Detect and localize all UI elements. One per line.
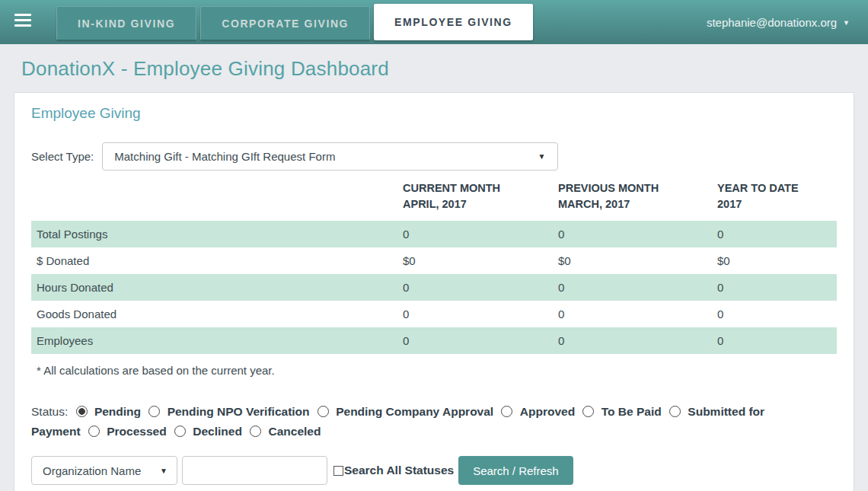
cell-value: 0 (717, 274, 837, 301)
top-bar: IN-KIND GIVING CORPORATE GIVING EMPLOYEE… (0, 0, 868, 44)
radio-to-be-paid[interactable] (582, 406, 594, 417)
row-label: Goods Donated (31, 301, 403, 327)
radio-pending[interactable] (76, 406, 88, 417)
main-tabs: IN-KIND GIVING CORPORATE GIVING EMPLOYEE… (56, 0, 537, 44)
status-label: Status: (31, 405, 68, 418)
column-header-previous-month: PREVIOUS MONTH MARCH, 2017 (558, 180, 717, 221)
radio-label: Declined (193, 425, 242, 438)
search-row: Organization Name ▼ Search All Statuses … (31, 456, 837, 485)
table-row: Total Postings 0 0 0 (31, 221, 837, 247)
cell-value: 0 (403, 274, 558, 301)
search-refresh-button[interactable]: Search / Refresh (458, 456, 573, 485)
radio-declined[interactable] (174, 426, 186, 437)
cell-value: 0 (403, 221, 558, 247)
tab-corporate-giving[interactable]: CORPORATE GIVING (200, 6, 370, 40)
row-label: Total Postings (31, 221, 403, 247)
cell-value: 0 (717, 221, 837, 247)
cell-value: 0 (558, 274, 717, 301)
row-label: Employees (31, 327, 403, 354)
cell-value: $0 (403, 247, 558, 274)
cell-value: $0 (717, 247, 837, 274)
cell-value: 0 (717, 301, 837, 327)
table-row: Goods Donated 0 0 0 (31, 301, 837, 327)
search-input[interactable] (182, 456, 327, 485)
table-row: Employees 0 0 0 (31, 327, 837, 354)
cell-value: 0 (403, 327, 558, 354)
row-label: Hours Donated (31, 274, 403, 301)
radio-label: Canceled (269, 425, 321, 438)
caret-down-icon: ▼ (160, 467, 168, 475)
table-row: Hours Donated 0 0 0 (31, 274, 837, 301)
radio-label: Pending Company Approval (336, 405, 493, 418)
summary-table: CURRENT MONTH APRIL, 2017 PREVIOUS MONTH… (31, 180, 837, 354)
page-title: DonationX - Employee Giving Dashboard (21, 57, 868, 81)
tab-in-kind-giving[interactable]: IN-KIND GIVING (56, 6, 196, 40)
search-field-dropdown[interactable]: Organization Name ▼ (31, 456, 177, 485)
radio-processed[interactable] (88, 426, 100, 437)
cell-value: 0 (558, 327, 717, 354)
tab-employee-giving[interactable]: EMPLOYEE GIVING (374, 4, 533, 40)
row-label: $ Donated (31, 247, 403, 274)
cell-value: $0 (558, 247, 717, 274)
user-email: stephanie@donationx.org (707, 16, 837, 29)
select-type-value: Matching Gift - Matching GIft Request Fo… (114, 150, 335, 163)
column-header-current-month: CURRENT MONTH APRIL, 2017 (403, 180, 558, 221)
radio-canceled[interactable] (250, 426, 261, 437)
radio-label: Processed (107, 425, 166, 438)
search-all-statuses-checkbox[interactable] (333, 466, 343, 476)
search-field-value: Organization Name (43, 464, 141, 477)
search-all-statuses-label: Search All Statuses (344, 464, 454, 477)
card-heading: Employee Giving (31, 105, 837, 122)
radio-pending-company-approval[interactable] (318, 406, 329, 417)
user-menu[interactable]: stephanie@donationx.org ▼ (707, 0, 868, 44)
table-row: $ Donated $0 $0 $0 (31, 247, 837, 274)
radio-submitted-for-payment[interactable] (669, 406, 681, 417)
radio-label: To Be Paid (602, 405, 662, 418)
cell-value: 0 (717, 327, 837, 354)
caret-down-icon: ▼ (538, 152, 545, 161)
radio-pending-npo-verification[interactable] (148, 406, 160, 417)
cell-value: 0 (558, 301, 717, 327)
radio-label: Pending (94, 405, 141, 418)
radio-label: Approved (520, 405, 575, 418)
cell-value: 0 (558, 221, 717, 247)
select-type-label: Select Type: (31, 150, 94, 163)
calculations-footnote: * All calculations are based on the curr… (37, 364, 837, 377)
cell-value: 0 (403, 301, 558, 327)
caret-down-icon: ▼ (843, 20, 850, 27)
select-type-row: Select Type: Matching Gift - Matching GI… (31, 142, 837, 171)
radio-label: Pending NPO Verification (168, 405, 310, 418)
empty-header-cell (31, 180, 403, 221)
hamburger-icon[interactable] (14, 14, 31, 44)
column-header-year-to-date: YEAR TO DATE 2017 (717, 180, 837, 221)
employee-giving-card: Employee Giving Select Type: Matching Gi… (14, 92, 854, 491)
radio-approved[interactable] (501, 406, 512, 417)
status-filter: Status: Pending Pending NPO Verification… (31, 402, 800, 442)
select-type-dropdown[interactable]: Matching Gift - Matching GIft Request Fo… (102, 142, 558, 171)
